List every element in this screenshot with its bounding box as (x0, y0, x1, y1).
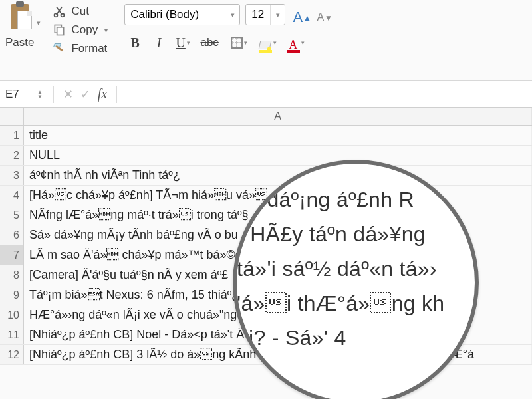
row-header[interactable]: 2 (0, 146, 24, 165)
ribbon: Paste ▾ Cut Copy ▾ Format ▾ (0, 0, 532, 81)
svg-point-1 (61, 13, 65, 17)
row-header[interactable]: 1 (0, 126, 24, 145)
scissors-icon (53, 5, 66, 18)
clipboard-icon (7, 4, 33, 35)
font-size-combo[interactable]: ▾ (245, 4, 285, 25)
formula-input[interactable] (122, 88, 532, 100)
underline-dropdown[interactable]: ▾ (187, 39, 190, 46)
magnified-text: ai? - Sá»' 4 (233, 321, 479, 355)
copy-dropdown[interactable]: ▾ (104, 27, 108, 34)
paste-button[interactable]: Paste (5, 4, 34, 49)
magnified-text: 'á» i thÆ°á» ng kh (233, 286, 479, 321)
row-header[interactable]: 9 (0, 285, 24, 305)
cut-label: Cut (71, 5, 88, 18)
format-painter-button[interactable]: Format (50, 41, 110, 56)
select-all-corner[interactable] (0, 108, 24, 125)
row-header[interactable]: 4 (0, 186, 24, 205)
row-header[interactable]: 5 (0, 205, 24, 225)
paste-label: Paste (5, 36, 34, 49)
borders-dropdown[interactable]: ▾ (244, 39, 247, 46)
table-row[interactable]: 3áº¢nh thÃ nh viÃªn Tinh táº¿ (0, 166, 532, 186)
font-color-swatch (287, 50, 300, 53)
svg-rect-3 (57, 27, 64, 35)
row-header[interactable]: 3 (0, 166, 24, 185)
shrink-font-button[interactable]: A▼ (313, 4, 336, 25)
bucket-icon (259, 41, 272, 49)
table-row[interactable]: 2NULL (0, 146, 532, 166)
bold-button[interactable]: B (124, 32, 146, 53)
cancel-edit-button[interactable]: ✕ (59, 87, 76, 102)
column-headers: A (0, 108, 532, 126)
name-box[interactable]: E7 ▲ ▼ (0, 88, 48, 101)
row-header[interactable]: 12 (0, 345, 24, 364)
font-name-combo[interactable]: ▾ (124, 4, 240, 25)
format-label: Format (71, 42, 107, 55)
svg-point-0 (55, 13, 58, 17)
cut-button[interactable]: Cut (50, 4, 110, 19)
fx-button[interactable]: fx (94, 86, 111, 102)
column-header-A[interactable]: A (24, 108, 532, 125)
cell-A1[interactable]: title (24, 126, 532, 145)
name-box-value: E7 (5, 88, 19, 101)
italic-button[interactable]: I (148, 32, 170, 53)
row-header[interactable]: 7 (0, 245, 24, 265)
formula-bar: E7 ▲ ▼ ✕ ✓ fx (0, 81, 532, 108)
font-group: ▾ ▾ A▲ A▼ B I U▾ abc ▾ (124, 4, 336, 53)
font-color-dropdown[interactable]: ▾ (301, 39, 305, 46)
row-header[interactable]: 11 (0, 325, 24, 344)
row-header[interactable]: 10 (0, 305, 24, 325)
fill-color-dropdown[interactable]: ▾ (273, 39, 277, 46)
name-box-down[interactable]: ▼ (37, 94, 43, 99)
font-size-dropdown[interactable]: ▾ (270, 5, 285, 25)
font-name-dropdown[interactable]: ▾ (225, 5, 239, 25)
confirm-edit-button[interactable]: ✓ (76, 87, 94, 102)
font-color-icon: A (289, 40, 297, 49)
magnified-text: - HÃ£y táº­n dá»¥ng (233, 217, 479, 251)
row-header[interactable]: 8 (0, 265, 24, 285)
fill-color-button[interactable]: ▾ (255, 32, 280, 53)
cell-A3[interactable]: áº¢nh thÃ nh viÃªn Tinh táº¿ (24, 166, 532, 185)
paintbrush-icon (53, 42, 66, 55)
cell-A2[interactable]: NULL (24, 146, 532, 165)
borders-button[interactable]: ▾ (225, 32, 252, 53)
magnifier-overlay: nh dáº¡ng áº£nh R- HÃ£y táº­n dá»¥ngtá»'… (233, 160, 479, 399)
fill-swatch (259, 50, 272, 53)
font-name-input[interactable] (125, 8, 225, 21)
grow-font-button[interactable]: A▲ (291, 4, 313, 25)
strikethrough-button[interactable]: abc (196, 32, 223, 53)
row-header[interactable]: 6 (0, 225, 24, 245)
underline-button[interactable]: U▾ (172, 32, 194, 53)
copy-icon (53, 23, 66, 37)
font-size-input[interactable] (246, 8, 270, 21)
magnified-text: tá»'i sáº½ dáº«n tá»› (233, 251, 479, 286)
copy-label: Copy (71, 23, 98, 37)
font-color-button[interactable]: A ▾ (283, 32, 308, 53)
borders-icon (231, 37, 243, 49)
copy-button[interactable]: Copy ▾ (50, 23, 110, 37)
clipboard-group: Paste ▾ Cut Copy ▾ Format (5, 4, 110, 56)
table-row[interactable]: 1title (0, 126, 532, 146)
paste-dropdown[interactable]: ▾ (34, 4, 43, 27)
